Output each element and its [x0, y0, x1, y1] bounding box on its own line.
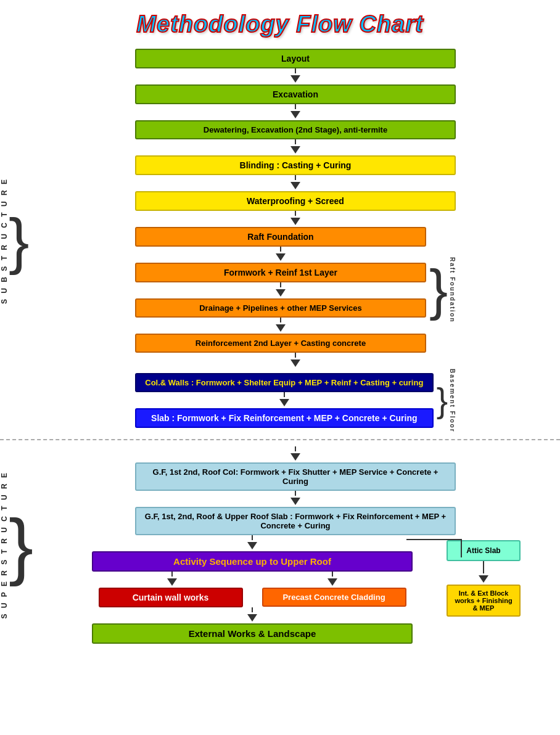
arrow-14	[167, 578, 177, 586]
left-branch-col	[167, 572, 177, 588]
formwork-reinf-box: Formwork + Reinf 1st Layer	[135, 263, 426, 282]
page-title: Methodology Flow Chart	[0, 6, 560, 38]
arrow-line-16	[252, 607, 253, 612]
middle-branch-col	[327, 572, 337, 588]
superstructure-brace: }	[9, 508, 33, 582]
basement-flow: Col.& Walls : Formwork + Shelter Equip +…	[135, 373, 434, 428]
arrow-line-1	[295, 68, 296, 73]
arrow-12	[290, 498, 300, 505]
slab-box: Slab : Formwork + Fix Reinforcement + ME…	[135, 408, 434, 428]
super-content: G.F, 1st 2nd, Roof Col: Formwork + Fix S…	[31, 446, 560, 644]
substructure-flow: Layout Excavation Dewatering, Excavation…	[31, 49, 560, 433]
raft-brace-label: Raft Foundation	[449, 257, 456, 323]
arrow-7	[276, 289, 286, 297]
page-container: Methodology Flow Chart S U B S T R U C T…	[0, 0, 560, 735]
right-side-panel: Attic Slab Int. & Ext Block works + Fini…	[447, 535, 527, 617]
raft-right-brace: } Raft Foundation	[429, 257, 456, 323]
substructure-label-area: S U B S T R U C T U R E }	[0, 49, 31, 433]
arrow-line-6	[280, 247, 281, 252]
arrow-13	[247, 542, 257, 549]
attic-slab-box: Attic Slab	[447, 540, 521, 561]
arrow-line-8	[280, 318, 281, 322]
sub-center-col: Layout Excavation Dewatering, Excavation…	[135, 49, 456, 433]
arrow-line-15	[332, 572, 333, 577]
attic-main: Activity Sequence up to Upper Roof	[64, 535, 440, 644]
raft-flow: Raft Foundation Formwork + Reinf 1st Lay…	[135, 227, 426, 353]
arrow-line-5	[295, 211, 296, 216]
superstructure-section: S U P E R S T R U C T U R E } G.F, 1st 2…	[0, 440, 560, 644]
arrow-4	[290, 182, 300, 189]
precast-box: Precast Concrete Cladding	[262, 588, 406, 607]
arrow-3	[290, 146, 300, 154]
curtain-wall-box: Curtain wall works	[99, 588, 243, 607]
arrow-line-10	[284, 392, 285, 397]
col-walls-box: Col.& Walls : Formwork + Shelter Equip +…	[135, 373, 434, 392]
attic-to-int	[447, 561, 521, 585]
arrow-line-11	[295, 446, 296, 451]
drainage-box: Drainage + Pipelines + other MEP Service…	[135, 298, 426, 318]
arrow-line-9	[295, 353, 296, 358]
substructure-brace: }	[9, 210, 29, 271]
arrow-10	[279, 399, 289, 406]
super-main-flow: G.F, 1st 2nd, Roof Col: Formwork + Fix S…	[135, 446, 456, 535]
basement-right-brace: } Basement Floor	[437, 369, 456, 433]
blinding-box: Blinding : Casting + Curing	[135, 155, 456, 175]
arrow-line-2	[295, 104, 296, 109]
raft-brace-symbol: }	[429, 262, 448, 318]
arrow-2	[290, 111, 300, 118]
basement-group: Col.& Walls : Formwork + Shelter Equip +…	[135, 369, 456, 433]
split-arrow-row	[92, 535, 413, 551]
waterproofing-box: Waterproofing + Screed	[135, 191, 456, 211]
attic-row: Activity Sequence up to Upper Roof	[64, 535, 527, 644]
activity-sequence-box: Activity Sequence up to Upper Roof	[92, 551, 413, 572]
gf-slab-box: G.F, 1st, 2nd, Roof & Upper Roof Slab : …	[135, 507, 456, 535]
merge-to-external: External Works & Landscape	[92, 607, 413, 644]
arrow-8	[276, 324, 286, 332]
raft-foundation-box: Raft Foundation	[135, 227, 426, 247]
arrow-line-17	[483, 561, 484, 573]
arrow-line-4	[295, 175, 296, 180]
arrow-17	[479, 575, 488, 583]
layout-box: Layout	[135, 49, 456, 68]
arrow-5	[290, 218, 300, 225]
basement-brace-label: Basement Floor	[449, 369, 456, 433]
arrow-line-12	[295, 491, 296, 496]
arrow-line-14	[171, 572, 173, 577]
arrow-line-3	[295, 139, 296, 144]
gf-col-box: G.F, 1st 2nd, Roof Col: Formwork + Fix S…	[135, 462, 456, 491]
superstructure-label-area: S U P E R S T R U C T U R E }	[0, 446, 31, 644]
external-works-box: External Works & Landscape	[92, 623, 413, 644]
main-arrow-col	[92, 535, 413, 551]
arrow-16	[247, 614, 257, 622]
arrow-line-7	[280, 282, 281, 287]
arrow-6	[276, 253, 286, 261]
superstructure-label: S U P E R S T R U C T U R E	[0, 471, 9, 618]
substructure-section: S U B S T R U C T U R E } Layout Excavat…	[0, 49, 560, 440]
basement-brace-symbol: }	[437, 384, 448, 417]
reinf-2nd-box: Reinforcement 2nd Layer + Casting concre…	[135, 334, 426, 353]
attic-h-line	[406, 539, 462, 540]
raft-group: Raft Foundation Formwork + Reinf 1st Lay…	[135, 227, 456, 353]
two-branch-boxes: Curtain wall works Precast Concrete Clad…	[92, 588, 413, 607]
excavation-box: Excavation	[135, 84, 456, 104]
arrow-15	[327, 578, 337, 586]
arrow-1	[290, 75, 300, 83]
three-branch-connectors	[92, 572, 413, 588]
arrow-9	[290, 359, 300, 367]
dewatering-box: Dewatering, Excavation (2nd Stage), anti…	[135, 120, 456, 139]
int-ext-box: Int. & Ext Block works + Finishing & MEP	[447, 585, 521, 617]
arrow-line-13	[252, 535, 253, 540]
attic-v-line	[461, 539, 462, 557]
arrow-11	[290, 453, 300, 461]
substructure-label: S U B S T R U C T U R E	[0, 178, 9, 304]
